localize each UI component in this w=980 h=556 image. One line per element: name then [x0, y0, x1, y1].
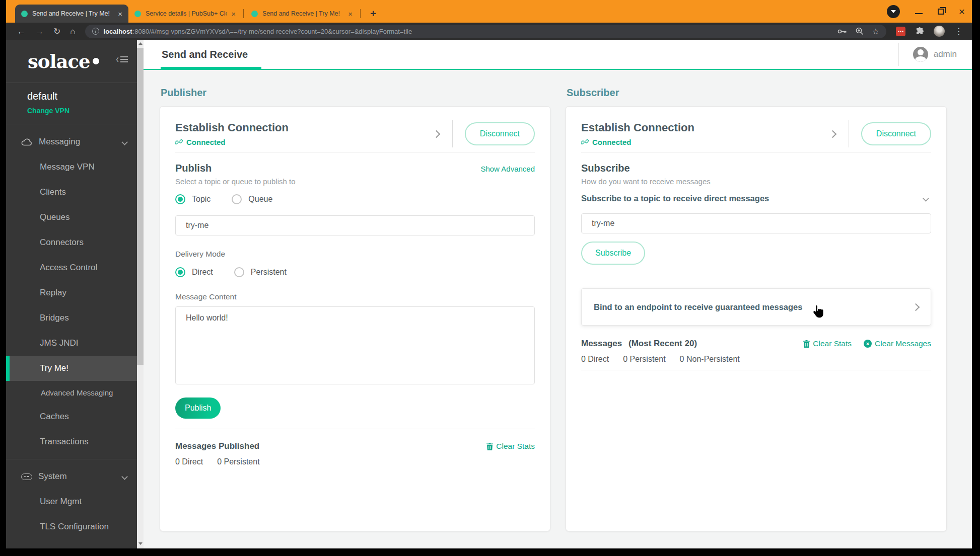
- bind-endpoint-row[interactable]: Bind to an endpoint to receive guarantee…: [581, 288, 931, 326]
- extensions-puzzle-icon[interactable]: [915, 27, 924, 36]
- minimize-button[interactable]: [915, 13, 923, 14]
- direct-radio[interactable]: [175, 267, 185, 277]
- browser-window: Send and Receive | Try Me! × Service det…: [0, 0, 980, 556]
- sidebar-group-label: System: [38, 471, 67, 482]
- user-menu[interactable]: admin: [898, 43, 972, 66]
- trash-icon: [486, 443, 493, 450]
- queue-radio[interactable]: [232, 194, 242, 204]
- change-vpn-link[interactable]: Change VPN: [27, 107, 137, 115]
- connection-title: Establish Connection: [175, 121, 434, 134]
- topic-radio-label[interactable]: Topic: [192, 195, 211, 204]
- tab-separator: [243, 9, 244, 18]
- password-extension-icon[interactable]: [896, 27, 905, 36]
- forward-icon[interactable]: →: [35, 27, 44, 36]
- sidebar-item-bridges[interactable]: Bridges: [6, 305, 137, 331]
- scroll-down-button[interactable]: [137, 540, 144, 547]
- sidebar-item-transactions[interactable]: Transactions: [6, 429, 137, 454]
- url-host: localhost: [104, 28, 132, 35]
- sidebar-item-jms-jndi[interactable]: JMS JNDI: [6, 331, 137, 356]
- sidebar-nav: Messaging Message VPN Clients Queues Con…: [6, 124, 137, 539]
- back-icon[interactable]: ←: [17, 27, 26, 36]
- subscriber-connection-row[interactable]: Establish Connection Connected Disconnec…: [581, 119, 931, 149]
- sidebar-item-replay[interactable]: Replay: [6, 280, 137, 305]
- vpn-block: default Change VPN: [6, 83, 137, 124]
- scrollbar-thumb[interactable]: [137, 48, 144, 365]
- sidebar-collapse-icon[interactable]: ‹: [116, 55, 128, 63]
- tab-close-icon[interactable]: ×: [118, 10, 122, 18]
- topic-subscribe-toggle[interactable]: Subscribe to a topic to receive direct m…: [581, 194, 931, 203]
- topic-radio[interactable]: [175, 194, 185, 204]
- scroll-up-button[interactable]: [137, 40, 144, 47]
- persistent-radio[interactable]: [234, 267, 244, 277]
- subscribe-button[interactable]: Subscribe: [581, 242, 645, 265]
- chevron-right-icon: [829, 130, 837, 138]
- restore-button[interactable]: [938, 9, 944, 15]
- link-icon: [581, 138, 589, 146]
- publisher-heading: Publisher: [161, 87, 550, 99]
- persistent-radio-label[interactable]: Persistent: [251, 268, 287, 277]
- tab-favicon: [21, 11, 28, 17]
- home-icon[interactable]: ⌂: [70, 27, 75, 36]
- tab-separator: [360, 9, 361, 18]
- sidebar-item-connectors[interactable]: Connectors: [6, 230, 137, 255]
- sidebar-item-clients[interactable]: Clients: [6, 180, 137, 205]
- publish-button[interactable]: Publish: [175, 398, 221, 419]
- disconnect-button[interactable]: Disconnect: [465, 122, 535, 145]
- connection-title: Establish Connection: [581, 121, 830, 134]
- divider: [452, 120, 453, 147]
- user-name: admin: [934, 49, 957, 59]
- connection-status: Connected: [592, 138, 632, 146]
- url-field[interactable]: i localhost :8080/#/msg-vpns/ZGVmYXVsdA=…: [85, 25, 886, 38]
- browser-tab-2[interactable]: Service details | PubSub+ Cloud ×: [128, 5, 242, 23]
- reload-icon[interactable]: ↻: [53, 27, 60, 36]
- profile-avatar[interactable]: [934, 26, 945, 37]
- user-avatar-icon: [913, 47, 928, 62]
- publisher-connection-row[interactable]: Establish Connection Connected Disconnec…: [175, 119, 535, 149]
- disconnect-button[interactable]: Disconnect: [861, 122, 931, 145]
- url-path: :8080/#/msg-vpns/ZGVmYXVsdA==/try-me/sen…: [133, 28, 412, 35]
- sidebar-item-try-me[interactable]: Try Me!: [6, 356, 137, 381]
- stat-non-persistent: 0 Non-Persistent: [680, 355, 740, 364]
- sidebar-item-queues[interactable]: Queues: [6, 205, 137, 230]
- tab-strip: Send and Receive | Try Me! × Service det…: [15, 5, 384, 23]
- browser-tab-active[interactable]: Send and Receive | Try Me! ×: [15, 5, 128, 23]
- sidebar-item-user-mgmt[interactable]: User Mgmt: [6, 489, 137, 514]
- subscriber-heading: Subscriber: [567, 87, 947, 99]
- new-tab-button[interactable]: +: [362, 8, 384, 20]
- browser-tab-3[interactable]: Send and Receive | Try Me! ×: [245, 5, 359, 23]
- browser-menu-icon[interactable]: ⋮: [954, 26, 963, 37]
- sidebar-item-advanced-messaging[interactable]: Advanced Messaging: [6, 381, 137, 404]
- chevron-down-icon: [121, 473, 128, 480]
- tab-favicon: [134, 11, 141, 17]
- sidebar-item-tls-configuration[interactable]: TLS Configuration: [6, 514, 137, 539]
- clear-stats-link[interactable]: Clear Stats: [803, 339, 852, 348]
- active-tab-underline: [161, 67, 261, 69]
- site-info-icon[interactable]: i: [92, 28, 99, 35]
- sidebar-item-caches[interactable]: Caches: [6, 404, 137, 429]
- publish-topic-input[interactable]: [175, 215, 535, 235]
- messages-published-title: Messages Published: [175, 441, 259, 451]
- tab-search-button[interactable]: [887, 5, 900, 18]
- queue-radio-label[interactable]: Queue: [248, 195, 272, 204]
- sidebar-group-messaging[interactable]: Messaging: [6, 129, 137, 154]
- connection-status: Connected: [186, 138, 226, 146]
- tab-close-icon[interactable]: ×: [231, 10, 236, 18]
- direct-radio-label[interactable]: Direct: [192, 268, 213, 277]
- zoom-page-icon[interactable]: [856, 27, 864, 35]
- sidebar-group-system[interactable]: System: [6, 464, 137, 489]
- close-button[interactable]: ×: [959, 6, 965, 17]
- stat-direct: 0 Direct: [581, 355, 609, 364]
- publish-section-subtitle: Select a topic or queue to publish to: [175, 177, 535, 186]
- subscribe-topic-input[interactable]: [581, 213, 931, 233]
- password-key-icon[interactable]: [837, 29, 847, 34]
- clear-stats-link[interactable]: Clear Stats: [486, 442, 535, 451]
- stat-persistent: 0 Persistent: [217, 457, 259, 466]
- tab-close-icon[interactable]: ×: [348, 10, 353, 18]
- sidebar-item-message-vpn[interactable]: Message VPN: [6, 154, 137, 180]
- show-advanced-link[interactable]: Show Advanced: [480, 165, 535, 173]
- sidebar-item-access-control[interactable]: Access Control: [6, 255, 137, 280]
- bookmark-star-icon[interactable]: ☆: [872, 27, 879, 36]
- message-content-textarea[interactable]: Hello world!: [175, 306, 535, 384]
- sidebar-scrollbar[interactable]: [137, 40, 144, 548]
- clear-messages-link[interactable]: × Clear Messages: [864, 339, 931, 348]
